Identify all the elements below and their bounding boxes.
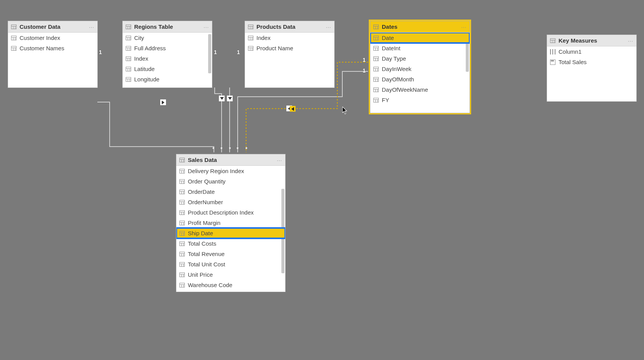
field-customer-names[interactable]: Customer Names <box>8 43 97 53</box>
table-title: Dates <box>382 23 467 30</box>
table-sales-data[interactable]: Sales Data ··· Delivery Region Index Ord… <box>176 154 286 292</box>
field-list: Customer Index Customer Names <box>8 33 97 88</box>
field-dayinweek[interactable]: DayInWeek <box>370 64 470 74</box>
field-delivery-region-index[interactable]: Delivery Region Index <box>176 166 285 176</box>
field-unit-price[interactable]: Unit Price <box>176 269 285 280</box>
column-icon <box>179 283 185 287</box>
cardinality-one: 1 <box>237 49 240 55</box>
table-customer-data[interactable]: Customer Data ··· Customer Index Custome… <box>8 21 98 88</box>
table-header[interactable]: Customer Data ··· <box>8 21 97 33</box>
table-menu-icon[interactable]: ··· <box>277 157 282 163</box>
field-total-unit-cost[interactable]: Total Unit Cost <box>176 259 285 269</box>
table-header[interactable]: Products Data ··· <box>245 21 334 33</box>
field-customer-index[interactable]: Customer Index <box>8 33 97 43</box>
table-regions[interactable]: Regions Table ··· City Full Address Inde… <box>122 21 212 88</box>
field-product-description-index[interactable]: Product Description Index <box>176 207 285 218</box>
field-date[interactable]: Date <box>370 33 470 43</box>
field-longitude[interactable]: Longitude <box>123 74 212 84</box>
table-menu-icon[interactable]: ··· <box>89 24 94 30</box>
field-list: Index Product Name <box>245 33 334 88</box>
column-icon <box>179 241 185 246</box>
table-header[interactable]: Dates ··· <box>370 21 470 33</box>
table-icon <box>373 25 379 29</box>
field-list: City Full Address Index Latitude Longitu… <box>123 33 212 88</box>
field-product-name[interactable]: Product Name <box>245 43 334 53</box>
field-order-quantity[interactable]: Order Quantity <box>176 176 285 187</box>
cardinality-one: 1 <box>214 49 217 55</box>
column-icon <box>248 46 253 51</box>
table-header[interactable]: Sales Data ··· <box>176 154 285 166</box>
filter-arrow-icon <box>227 96 233 101</box>
filter-arrow-icon <box>290 106 296 112</box>
table-icon <box>248 25 253 29</box>
field-profit-margin[interactable]: Profit Margin <box>176 218 285 228</box>
table-menu-icon[interactable]: ··· <box>461 24 467 30</box>
field-warehouse-code[interactable]: Warehouse Code <box>176 280 285 290</box>
field-dayofmonth[interactable]: DayOfMonth <box>370 74 470 84</box>
field-column1[interactable]: Column1 <box>547 46 636 57</box>
field-total-sales[interactable]: Total Sales <box>547 57 636 67</box>
cardinality-many: * <box>212 146 214 152</box>
field-fy[interactable]: FY <box>370 95 470 105</box>
table-title: Key Measures <box>559 37 633 44</box>
column-icon <box>179 231 185 236</box>
column-icon <box>126 36 131 40</box>
model-canvas[interactable]: 1 1 1 1 1 * * * * * Customer Data ··· Cu… <box>0 0 644 360</box>
column-icon <box>179 252 185 256</box>
field-index[interactable]: Index <box>123 53 212 64</box>
column-icon <box>179 200 185 205</box>
field-list: Date DateInt Day Type DayInWeek DayOfMon… <box>370 33 470 113</box>
field-index[interactable]: Index <box>245 33 334 43</box>
table-header[interactable]: Key Measures ··· <box>547 35 636 46</box>
field-ship-date[interactable]: Ship Date <box>176 228 285 238</box>
field-list: Column1 Total Sales <box>547 46 636 101</box>
field-ordernumber[interactable]: OrderNumber <box>176 197 285 207</box>
column-icon <box>179 272 185 277</box>
field-dateint[interactable]: DateInt <box>370 43 470 53</box>
field-full-address[interactable]: Full Address <box>123 43 212 53</box>
table-products[interactable]: Products Data ··· Index Product Name <box>245 21 335 88</box>
column-icon <box>550 49 555 54</box>
table-menu-icon[interactable]: ··· <box>204 24 209 30</box>
column-icon <box>179 190 185 194</box>
field-latitude[interactable]: Latitude <box>123 64 212 74</box>
table-menu-icon[interactable]: ··· <box>628 38 633 44</box>
column-icon <box>179 179 185 184</box>
table-icon <box>550 38 555 43</box>
field-city[interactable]: City <box>123 33 212 43</box>
column-icon <box>179 221 185 225</box>
field-orderdate[interactable]: OrderDate <box>176 187 285 197</box>
column-icon <box>373 77 379 82</box>
table-title: Regions Table <box>134 23 209 30</box>
filter-arrow-icon <box>160 99 166 105</box>
cardinality-one: 1 <box>363 57 366 63</box>
cardinality-one: 1 <box>363 68 366 74</box>
column-icon <box>179 169 185 173</box>
filter-arrow-icon <box>219 96 225 101</box>
column-icon <box>179 262 185 267</box>
column-icon <box>11 36 16 40</box>
column-icon <box>373 98 379 102</box>
field-dayofweekname[interactable]: DayOfWeekName <box>370 84 470 95</box>
column-icon <box>373 36 379 40</box>
field-total-revenue[interactable]: Total Revenue <box>176 249 285 259</box>
scrollbar[interactable] <box>208 34 211 73</box>
cursor-icon <box>342 107 348 114</box>
table-title: Customer Data <box>20 23 94 30</box>
column-icon <box>126 56 131 61</box>
field-total-costs[interactable]: Total Costs <box>176 238 285 249</box>
cardinality-many: * <box>220 146 222 152</box>
column-icon <box>373 88 379 92</box>
field-list: Delivery Region Index Order Quantity Ord… <box>176 166 285 292</box>
column-icon <box>373 67 379 71</box>
column-icon <box>179 210 185 215</box>
table-icon <box>179 158 185 162</box>
table-dates[interactable]: Dates ··· Date DateInt Day Type DayInWee… <box>370 21 470 113</box>
table-icon <box>11 25 16 29</box>
column-icon <box>11 46 16 51</box>
table-header[interactable]: Regions Table ··· <box>123 21 212 33</box>
table-key-measures[interactable]: Key Measures ··· Column1 Total Sales <box>547 35 637 102</box>
column-icon <box>126 46 131 51</box>
table-menu-icon[interactable]: ··· <box>326 24 331 30</box>
field-day-type[interactable]: Day Type <box>370 53 470 64</box>
